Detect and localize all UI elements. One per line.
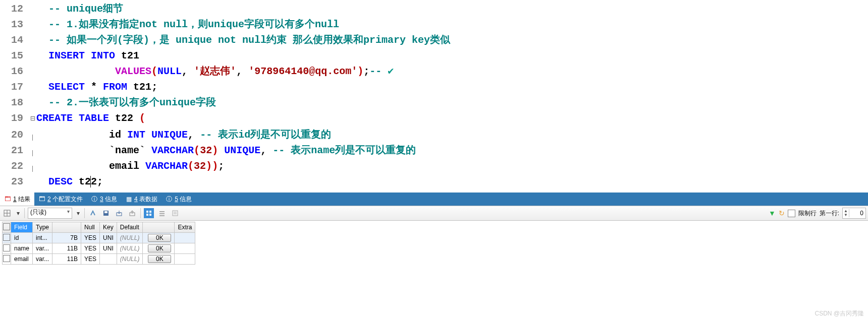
code-text[interactable]: SELECT * FROM t21; bbox=[36, 79, 157, 95]
cell: var... bbox=[33, 254, 52, 265]
code-text[interactable]: id INT UNIQUE, -- 表示id列是不可以重复的 bbox=[36, 127, 331, 143]
view-text-icon[interactable] bbox=[170, 208, 180, 218]
code-line[interactable]: 14 -- 如果一个列(字段)，是 unique not null约束 那么使用… bbox=[0, 32, 868, 48]
cell: int... bbox=[33, 233, 52, 243]
code-line[interactable]: 21 `name` VARCHAR(32) UNIQUE, -- 表示name列… bbox=[0, 143, 868, 158]
code-text[interactable]: VALUES(NULL, '赵志伟', '978964140@qq.com');… bbox=[36, 63, 394, 79]
line-number: 17 bbox=[0, 79, 30, 95]
tab-信息[interactable]: ⓘ3 信息 bbox=[87, 193, 121, 206]
select-all-checkbox[interactable] bbox=[3, 222, 11, 233]
code-line[interactable]: 19⊟CREATE TABLE t22 ( bbox=[0, 110, 868, 127]
code-text[interactable]: email VARCHAR(32)); bbox=[36, 158, 224, 174]
svg-rect-4 bbox=[104, 211, 107, 213]
size-button[interactable]: 0K bbox=[148, 244, 171, 252]
fold-toggle-icon[interactable]: ⊟ bbox=[30, 111, 36, 127]
dropdown-icon[interactable]: ▾ bbox=[15, 208, 21, 218]
code-line[interactable]: 13 -- 1.如果没有指定not null，则unique字段可以有多个nul… bbox=[0, 17, 868, 32]
grid-icon: 🗔 bbox=[4, 196, 11, 203]
column-header[interactable]: Type bbox=[33, 222, 52, 233]
table-row[interactable]: idint...7BYESUNI(NULL)0K bbox=[3, 233, 195, 243]
view-form-icon[interactable] bbox=[157, 208, 167, 218]
code-text[interactable]: DESC t22; bbox=[36, 174, 103, 189]
column-header[interactable]: Default bbox=[117, 222, 143, 233]
tab-个配置文件[interactable]: 🗔2 个配置文件 bbox=[34, 193, 87, 206]
line-number: 12 bbox=[0, 1, 30, 17]
cell: YES bbox=[81, 233, 100, 243]
refresh-icon[interactable]: ↻ bbox=[779, 209, 785, 217]
cell: YES bbox=[81, 254, 100, 265]
column-header[interactable] bbox=[143, 222, 175, 233]
code-text[interactable]: -- unique细节 bbox=[36, 1, 123, 17]
line-number: 21 bbox=[0, 143, 30, 158]
limit-rows-label: 限制行 bbox=[798, 209, 817, 218]
tab-信息[interactable]: ⓘ5 信息 bbox=[161, 193, 196, 206]
code-text[interactable]: `name` VARCHAR(32) UNIQUE, -- 表示name列是不可… bbox=[36, 143, 416, 158]
view-grid-icon[interactable] bbox=[144, 208, 154, 218]
size-button[interactable]: 0K bbox=[148, 234, 171, 242]
size-button[interactable]: 0K bbox=[148, 255, 171, 263]
svg-rect-13 bbox=[159, 215, 165, 216]
import-icon[interactable] bbox=[114, 208, 124, 218]
row-checkbox[interactable] bbox=[3, 254, 11, 265]
code-text[interactable]: INSERT INTO t21 bbox=[36, 48, 139, 63]
result-tabs: 🗔1 结果🗔2 个配置文件ⓘ3 信息▦4 表数据ⓘ5 信息 bbox=[0, 193, 868, 206]
column-header[interactable] bbox=[52, 222, 81, 233]
code-text[interactable]: -- 1.如果没有指定not null，则unique字段可以有多个null bbox=[36, 17, 339, 32]
code-line[interactable]: 23 DESC t22; bbox=[0, 174, 868, 189]
svg-rect-10 bbox=[149, 214, 151, 216]
row-checkbox[interactable] bbox=[3, 233, 11, 243]
line-number: 23 bbox=[0, 174, 30, 189]
cell: (NULL) bbox=[117, 243, 143, 254]
code-line[interactable]: 17 SELECT * FROM t21; bbox=[0, 79, 868, 95]
table-icon: ▦ bbox=[125, 196, 132, 203]
code-line[interactable]: 16 VALUES(NULL, '赵志伟', '978964140@qq.com… bbox=[0, 63, 868, 79]
grid2-icon: 🗔 bbox=[38, 196, 45, 203]
sort-asc-icon[interactable] bbox=[88, 208, 98, 218]
firstrow-spinner[interactable]: ▲▼ 0 bbox=[842, 208, 866, 219]
export-icon[interactable] bbox=[127, 208, 137, 218]
line-number: 15 bbox=[0, 48, 30, 63]
cell: 0K bbox=[143, 254, 175, 265]
filter-icon[interactable]: ▼ bbox=[769, 209, 776, 217]
cell: 0K bbox=[143, 243, 175, 254]
grid-icon[interactable] bbox=[2, 208, 12, 218]
line-number: 20 bbox=[0, 127, 30, 143]
table-row[interactable]: emailvar...11BYES(NULL)0K bbox=[3, 254, 195, 265]
tab-表数据[interactable]: ▦4 表数据 bbox=[121, 193, 161, 206]
limit-rows-checkbox[interactable] bbox=[788, 210, 795, 217]
code-line[interactable]: 20 id INT UNIQUE, -- 表示id列是不可以重复的 bbox=[0, 127, 868, 143]
code-text[interactable]: CREATE TABLE t22 ( bbox=[36, 110, 145, 126]
save-icon[interactable] bbox=[101, 208, 111, 218]
cell: name bbox=[11, 243, 33, 254]
sql-editor[interactable]: 12 -- unique细节13 -- 1.如果没有指定not null，则un… bbox=[0, 0, 868, 193]
dropdown-icon[interactable]: ▾ bbox=[75, 208, 81, 218]
column-header[interactable]: Extra bbox=[175, 222, 195, 233]
svg-rect-9 bbox=[146, 214, 148, 216]
column-header[interactable]: Null bbox=[81, 222, 100, 233]
svg-rect-14 bbox=[173, 211, 178, 216]
cell: (NULL) bbox=[117, 254, 143, 265]
column-header[interactable]: Field bbox=[11, 222, 33, 233]
cell: id bbox=[11, 233, 33, 243]
column-header[interactable]: Key bbox=[100, 222, 117, 233]
cell bbox=[175, 254, 195, 265]
cell: 11B bbox=[52, 243, 81, 254]
code-line[interactable]: 22 email VARCHAR(32)); bbox=[0, 158, 868, 174]
cell bbox=[175, 233, 195, 243]
cell: var... bbox=[33, 243, 52, 254]
code-line[interactable]: 18 -- 2.一张表可以有多个unique字段 bbox=[0, 95, 868, 110]
firstrow-label: 第一行: bbox=[820, 209, 839, 218]
readonly-mode-select[interactable]: (只读) bbox=[28, 208, 72, 219]
cell: (NULL) bbox=[117, 233, 143, 243]
line-number: 13 bbox=[0, 17, 30, 32]
code-text[interactable]: -- 2.一张表可以有多个unique字段 bbox=[36, 95, 216, 110]
code-text[interactable]: -- 如果一个列(字段)，是 unique not null约束 那么使用效果和… bbox=[36, 32, 450, 48]
code-line[interactable]: 12 -- unique细节 bbox=[0, 1, 868, 17]
svg-rect-12 bbox=[159, 213, 165, 214]
code-line[interactable]: 15 INSERT INTO t21 bbox=[0, 48, 868, 63]
row-checkbox[interactable] bbox=[3, 243, 11, 254]
result-grid[interactable]: FieldTypeNullKeyDefaultExtraidint...7BYE… bbox=[2, 222, 195, 265]
cell bbox=[100, 254, 117, 265]
tab-结果[interactable]: 🗔1 结果 bbox=[0, 193, 34, 206]
table-row[interactable]: namevar...11BYESUNI(NULL)0K bbox=[3, 243, 195, 254]
